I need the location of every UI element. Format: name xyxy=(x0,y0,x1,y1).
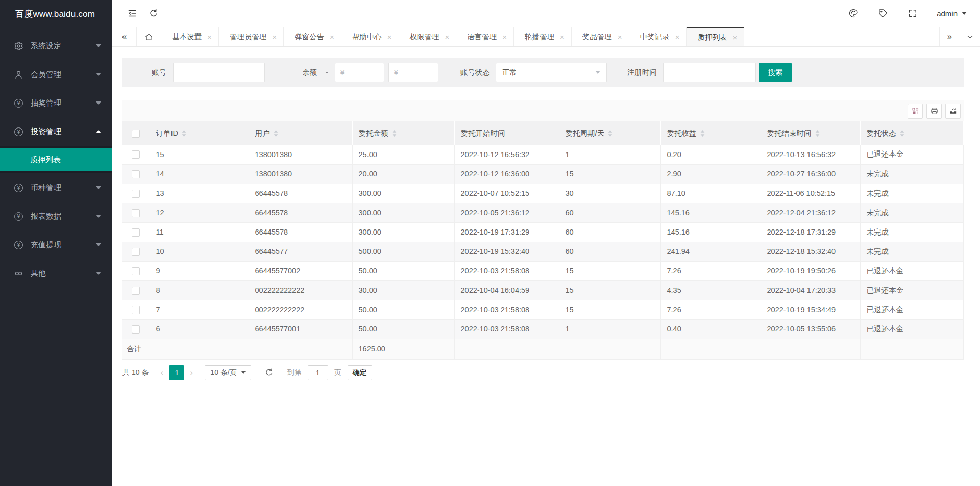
close-icon[interactable]: × xyxy=(272,33,277,41)
table-cell: 2022-10-19 15:34:49 xyxy=(761,300,860,319)
tab[interactable]: 基本设置× xyxy=(161,27,219,46)
table-cell: 11 xyxy=(150,222,249,242)
page-size-select[interactable]: 10 条/页 xyxy=(205,365,251,380)
tab[interactable]: 权限管理× xyxy=(399,27,457,46)
row-checkbox[interactable] xyxy=(132,209,140,217)
tab-label: 基本设置 xyxy=(172,32,202,42)
column-header[interactable]: 委托收益 xyxy=(660,121,761,145)
table-cell: 10 xyxy=(150,242,249,261)
tab[interactable]: 奖品管理× xyxy=(572,27,629,46)
row-checkbox[interactable] xyxy=(132,267,140,275)
column-header[interactable]: 委托状态 xyxy=(860,121,964,145)
balance-max-input[interactable] xyxy=(388,63,438,82)
sidebar-subitem[interactable]: 质押列表 xyxy=(0,148,112,171)
tab[interactable]: 管理员管理× xyxy=(219,27,284,46)
search-button[interactable]: 搜索 xyxy=(759,63,792,82)
goto-page-input[interactable] xyxy=(308,365,328,380)
table-cell: 500.00 xyxy=(352,242,454,261)
row-checkbox[interactable] xyxy=(132,306,140,314)
tab[interactable]: 中奖记录× xyxy=(629,27,687,46)
close-icon[interactable]: × xyxy=(618,33,622,41)
collapse-menu-icon[interactable] xyxy=(121,3,143,23)
sort-icon[interactable] xyxy=(388,129,397,137)
pagination-refresh-icon[interactable] xyxy=(264,368,274,377)
table-cell: 未完成 xyxy=(860,203,964,222)
row-checkbox[interactable] xyxy=(132,170,140,178)
tab[interactable]: 弹窗公告× xyxy=(284,27,341,46)
sort-icon[interactable] xyxy=(604,129,612,137)
sort-icon[interactable] xyxy=(178,129,186,137)
column-header[interactable]: 用户 xyxy=(249,121,352,145)
sort-icon[interactable] xyxy=(812,129,820,137)
sort-icon[interactable] xyxy=(896,129,904,137)
table-cell: 30 xyxy=(559,184,660,203)
current-page-button[interactable]: 1 xyxy=(169,365,184,380)
select-all-checkbox[interactable] xyxy=(132,130,140,138)
tabs-menu-icon[interactable] xyxy=(960,27,980,46)
row-checkbox[interactable] xyxy=(132,190,140,198)
table-cell: 50.00 xyxy=(352,319,454,339)
row-checkbox[interactable] xyxy=(132,150,140,159)
next-page-icon[interactable]: › xyxy=(184,365,199,380)
row-checkbox[interactable] xyxy=(132,248,140,256)
close-icon[interactable]: × xyxy=(387,33,392,41)
close-icon[interactable]: × xyxy=(330,33,334,41)
sidebar-item[interactable]: ¥抽奖管理 xyxy=(0,89,112,117)
content: 账号 余额 - 账号状态 正常 注册时间 搜索 xyxy=(112,47,980,486)
fullscreen-icon[interactable] xyxy=(902,3,923,23)
balance-min-input[interactable] xyxy=(335,63,384,82)
close-icon[interactable]: × xyxy=(207,33,212,41)
sidebar-item[interactable]: ¥充值提现 xyxy=(0,231,112,259)
row-checkbox[interactable] xyxy=(132,228,140,237)
sidebar-item-label: 币种管理 xyxy=(31,183,61,193)
sidebar-item[interactable]: ¥投资管理 xyxy=(0,117,112,146)
close-icon[interactable]: × xyxy=(560,33,565,41)
row-checkbox[interactable] xyxy=(132,325,140,334)
close-icon[interactable]: × xyxy=(445,33,450,41)
table-cell: 50.00 xyxy=(352,300,454,319)
columns-filter-button[interactable] xyxy=(908,104,923,119)
home-tab-icon[interactable] xyxy=(137,27,161,46)
main-area: admin « 基本设置×管理员管理×弹窗公告×帮助中心×权限管理×语言管理×轮… xyxy=(112,0,980,486)
data-table: 订单ID用户委托金额委托开始时间委托周期/天委托收益委托结束时间委托状态 151… xyxy=(122,121,964,360)
tab[interactable]: 语言管理× xyxy=(456,27,514,46)
tab[interactable]: 帮助中心× xyxy=(341,27,399,46)
tabbar-right-controls: » xyxy=(939,27,980,46)
user-menu[interactable]: admin xyxy=(937,9,967,18)
table-cell: 50.00 xyxy=(352,261,454,280)
sidebar-item[interactable]: 系统设定 xyxy=(0,32,112,60)
prev-page-icon[interactable]: ‹ xyxy=(155,365,169,380)
column-header[interactable]: 订单ID xyxy=(150,121,249,145)
status-select[interactable]: 正常 xyxy=(496,63,607,82)
sidebar-item[interactable]: ¥币种管理 xyxy=(0,173,112,202)
close-icon[interactable]: × xyxy=(675,33,680,41)
tag-icon[interactable] xyxy=(872,3,894,23)
table-cell: 66445578 xyxy=(249,184,352,203)
row-checkbox[interactable] xyxy=(132,287,140,295)
export-button[interactable] xyxy=(945,104,961,119)
sort-icon[interactable] xyxy=(270,129,278,137)
theme-palette-icon[interactable] xyxy=(843,3,864,23)
tabs-scroll-right-icon[interactable]: » xyxy=(939,27,960,46)
goto-confirm-button[interactable]: 确定 xyxy=(348,365,372,380)
column-header[interactable]: 委托结束时间 xyxy=(761,121,860,145)
regtime-input[interactable] xyxy=(663,63,756,82)
tab[interactable]: 质押列表× xyxy=(687,27,744,46)
close-icon[interactable]: × xyxy=(732,34,737,41)
tab[interactable]: 轮播管理× xyxy=(514,27,572,46)
column-header[interactable]: 委托金额 xyxy=(352,121,454,145)
column-header[interactable]: 委托周期/天 xyxy=(559,121,660,145)
table-cell: 2022-12-18 17:31:29 xyxy=(761,222,860,242)
sidebar-item[interactable]: 会员管理 xyxy=(0,60,112,89)
sort-icon[interactable] xyxy=(697,129,705,137)
print-button[interactable] xyxy=(926,104,942,119)
chevron-down-icon xyxy=(96,272,101,275)
close-icon[interactable]: × xyxy=(502,33,507,41)
sidebar-item[interactable]: 其他 xyxy=(0,259,112,288)
sidebar-item-label: 系统设定 xyxy=(31,41,61,51)
sidebar-item[interactable]: ¥报表数据 xyxy=(0,202,112,231)
tabs-scroll-left-icon[interactable]: « xyxy=(112,27,137,46)
chevron-down-icon xyxy=(96,101,101,105)
account-input[interactable] xyxy=(173,63,265,82)
refresh-icon[interactable] xyxy=(143,3,164,23)
